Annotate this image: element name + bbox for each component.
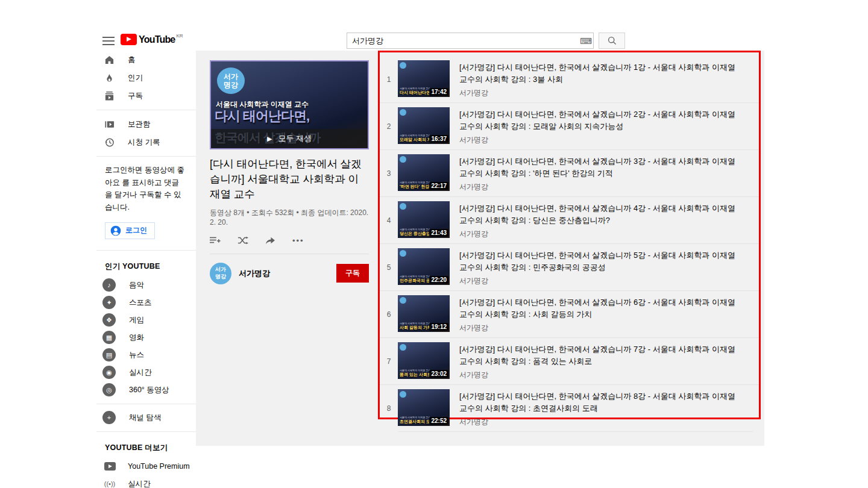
logo-region-label: KR — [176, 33, 183, 39]
playlist-video-row-8[interactable]: 8 서울대 사회학과 이재열 교수 초연결사회의 도래 22:52 [서가명강]… — [380, 384, 759, 431]
sidebar: 홈 인기 구독 보관함 시청 기록 로그인하면 동영상에 좋아요 를 표시하고 … — [96, 51, 196, 488]
gaming-icon: ❖ — [102, 313, 116, 327]
sidebar-item-library[interactable]: 보관함 — [96, 115, 196, 133]
menu-icon[interactable] — [102, 37, 115, 45]
annotation-box: 1 서울대 사회학과 이재열 교수 다시 태어난다면 한국에서 살겠습니 17:… — [378, 51, 761, 419]
playlist-thumbnail[interactable]: 서가명강 서울대 사회학과 이재열 교수 다시 태어난다면, 한국에서 살겠습니… — [210, 60, 369, 149]
search-input[interactable] — [347, 36, 579, 45]
video-title: [서가명강] 다시 태어난다면, 한국에서 살겠습니까 6강 - 서울대 사회학… — [459, 296, 744, 320]
video-thumbnail: 서울대 사회학과 이재열 교수 모래알 사회의 지속 16:37 — [398, 107, 450, 144]
sidebar-item-history[interactable]: 시청 기록 — [96, 133, 196, 151]
thumbnail-channel-badge — [400, 109, 406, 116]
playlist-video-row-2[interactable]: 2 서울대 사회학과 이재열 교수 모래알 사회의 지속 16:37 [서가명강… — [380, 102, 759, 149]
video-title: [서가명강] 다시 태어난다면, 한국에서 살겠습니까 8강 - 서울대 사회학… — [459, 390, 744, 414]
video-duration-badge: 17:42 — [429, 88, 448, 96]
playlist-video-row-1[interactable]: 1 서울대 사회학과 이재열 교수 다시 태어난다면 한국에서 살겠습니 17:… — [380, 56, 759, 102]
shuffle-icon — [237, 236, 248, 245]
channel-avatar[interactable]: 서가명강 — [210, 263, 231, 284]
sidebar-item-360-video[interactable]: ◎ 360° 동영상 — [96, 381, 196, 399]
sidebar-item-browse-channels[interactable]: + 채널 탐색 — [96, 409, 196, 427]
sidebar-item-music[interactable]: ♪ 음악 — [96, 277, 196, 294]
sidebar-item-label: 스포츠 — [129, 298, 152, 308]
youtube-logo[interactable]: YouTube KR — [121, 34, 183, 45]
signin-button[interactable]: 로그인 — [105, 222, 155, 239]
search-icon — [608, 36, 617, 45]
playlist-video-row-7[interactable]: 7 서울대 사회학과 이재열 교수 품격 있는 사회로 23:02 [서가명강]… — [380, 337, 759, 384]
more-from-youtube-header: YOUTUBE 더보기 — [96, 437, 196, 458]
video-thumbnail: 서울대 사회학과 이재열 교수 사회 갈등의 가치 19:12 — [398, 295, 450, 332]
sports-icon: ✦ — [102, 296, 116, 309]
video-thumbnail: 서울대 사회학과 이재열 교수 '하면 된다' 한강의 22:17 — [398, 154, 450, 191]
play-all-button[interactable]: ▶ 모두 재생 — [211, 129, 368, 148]
thumbnail-caption: 사회 갈등의 가치 — [400, 325, 432, 331]
sidebar-item-youtube-premium[interactable]: YouTube Premium — [96, 458, 196, 475]
play-all-label: 모두 재생 — [278, 133, 312, 144]
sidebar-item-trending[interactable]: 인기 — [96, 69, 196, 87]
content-area: 서가명강 서울대 사회학과 이재열 교수 다시 태어난다면, 한국에서 살겠습니… — [196, 51, 764, 446]
channel-name[interactable]: 서가명강 — [239, 268, 336, 279]
playlist-video-row-3[interactable]: 3 서울대 사회학과 이재열 교수 '하면 된다' 한강의 22:17 [서가명… — [380, 149, 759, 196]
trending-icon — [104, 72, 115, 83]
sidebar-item-home[interactable]: 홈 — [96, 51, 196, 69]
sidebar-item-label: 영화 — [129, 333, 144, 343]
video-duration-badge: 22:52 — [429, 417, 448, 425]
signin-promo-text: 로그인하면 동영상에 좋아요 를 표시하고 댓글을 달거나 구독할 수 있습니다… — [96, 161, 196, 220]
thumbnail-caption: 민주공화국의 공 — [400, 278, 432, 284]
subscribe-button[interactable]: 구독 — [336, 264, 369, 283]
video-index: 3 — [380, 169, 398, 178]
movies-icon: ▦ — [102, 331, 116, 344]
sidebar-item-live-bottom[interactable]: ((•)) 실시간 — [96, 475, 196, 488]
video-duration-badge: 22:17 — [429, 182, 448, 190]
playlist-video-row-4[interactable]: 4 서울대 사회학과 이재열 교수 당신은 중산층입니 21:43 [서가명강]… — [380, 196, 759, 243]
sidebar-item-label: 구독 — [128, 91, 143, 101]
top-header: YouTube KR ⌨ — [96, 30, 772, 51]
sidebar-item-subscriptions[interactable]: 구독 — [96, 87, 196, 105]
video-channel: 서가명강 — [459, 276, 744, 286]
sidebar-item-label: 시청 기록 — [128, 137, 160, 148]
sidebar-item-gaming[interactable]: ❖ 게임 — [96, 311, 196, 329]
sidebar-item-sports[interactable]: ✦ 스포츠 — [96, 294, 196, 311]
video-channel: 서가명강 — [459, 88, 744, 98]
sidebar-item-label: 실시간 — [128, 479, 151, 488]
save-playlist-button[interactable] — [210, 236, 221, 245]
thumbnail-caption: '하면 된다' 한강의 — [400, 184, 432, 190]
thumbnail-caption: 모래알 사회의 지속 — [400, 137, 432, 143]
playlist-video-row-6[interactable]: 6 서울대 사회학과 이재열 교수 사회 갈등의 가치 19:12 [서가명강]… — [380, 290, 759, 337]
sidebar-item-label: 360° 동영상 — [129, 385, 169, 395]
thumbnail-text-line2: 다시 태어난다면, — [215, 107, 309, 125]
sidebar-item-movies[interactable]: ▦ 영화 — [96, 329, 196, 346]
history-icon — [104, 137, 115, 148]
video-title: [서가명강] 다시 태어난다면, 한국에서 살겠습니까 5강 - 서울대 사회학… — [459, 249, 744, 273]
share-icon — [265, 236, 275, 245]
video-channel: 서가명강 — [459, 135, 744, 145]
video-duration-badge: 16:37 — [429, 135, 448, 143]
360-video-icon: ◎ — [102, 383, 116, 396]
news-icon: ▤ — [102, 348, 116, 361]
sidebar-item-label: YouTube Premium — [128, 462, 190, 471]
sidebar-item-label: 게임 — [129, 315, 144, 325]
sidebar-item-news[interactable]: ▤ 뉴스 — [96, 346, 196, 364]
shuffle-button[interactable] — [237, 236, 248, 245]
video-thumbnail: 서울대 사회학과 이재열 교수 품격 있는 사회로 23:02 — [398, 342, 450, 379]
thumbnail-caption: 다시 태어난다면 한국에서 살겠습니 — [400, 90, 432, 96]
signin-button-label: 로그인 — [125, 225, 147, 236]
search-button[interactable] — [599, 33, 625, 49]
playlist-video-row-5[interactable]: 5 서울대 사회학과 이재열 교수 민주공화국의 공 22:20 [서가명강] … — [380, 243, 759, 290]
video-thumbnail: 서울대 사회학과 이재열 교수 초연결사회의 도래 22:52 — [398, 389, 450, 426]
thumbnail-caption: 초연결사회의 도래 — [400, 419, 432, 425]
sidebar-divider — [96, 404, 196, 404]
sidebar-divider — [96, 156, 196, 157]
playlist-meta: 동영상 8개 • 조회수 532회 • 최종 업데이트: 2020. 2. 20… — [210, 208, 369, 227]
list-end-divider — [398, 431, 753, 432]
more-actions-button[interactable]: ••• — [292, 236, 304, 245]
playlist-video-list: 1 서울대 사회학과 이재열 교수 다시 태어난다면 한국에서 살겠습니 17:… — [380, 56, 759, 432]
youtube-play-icon — [121, 34, 137, 45]
video-thumbnail: 서울대 사회학과 이재열 교수 다시 태어난다면 한국에서 살겠습니 17:42 — [398, 60, 450, 97]
video-duration-badge: 19:12 — [429, 323, 448, 331]
share-button[interactable] — [265, 236, 275, 245]
video-channel: 서가명강 — [459, 229, 744, 239]
sidebar-divider — [96, 110, 196, 110]
sidebar-item-live[interactable]: ◉ 실시간 — [96, 364, 196, 381]
keyboard-icon[interactable]: ⌨ — [579, 36, 593, 46]
playlist-title: [다시 태어난다면, 한국에서 살겠습니까] 서울대학교 사회학과 이재열 교수 — [210, 157, 369, 202]
